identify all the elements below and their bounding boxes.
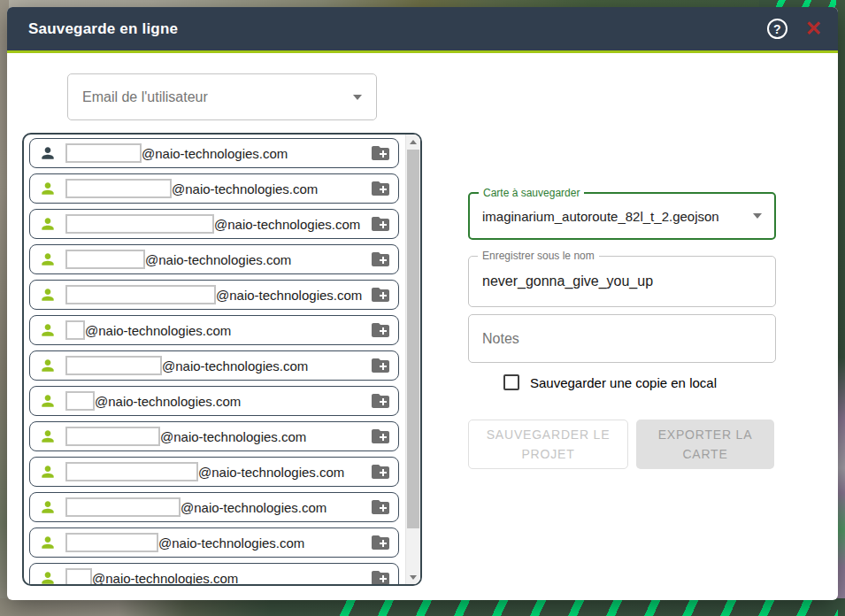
person-icon — [39, 144, 57, 162]
header-actions: ? ✕ — [767, 19, 838, 39]
user-email-domain: @naio-technologies.com — [92, 571, 238, 585]
add-to-folder-icon[interactable] — [370, 497, 391, 518]
dialog-header: Sauvegarde en ligne ? ✕ — [7, 7, 838, 50]
save-name-value: never_gonna_give_you_up — [482, 273, 653, 289]
user-email-domain: @naio-technologies.com — [162, 358, 308, 373]
user-row[interactable]: @naio-technologies.com — [29, 527, 399, 558]
add-to-folder-icon[interactable] — [370, 426, 391, 447]
add-to-folder-icon[interactable] — [370, 567, 391, 584]
local-copy-checkbox[interactable] — [503, 374, 519, 390]
scroll-down-button[interactable] — [406, 570, 420, 584]
masked-email-prefix — [65, 497, 181, 517]
scrollbar-thumb[interactable] — [407, 150, 419, 528]
user-row[interactable]: @naio-technologies.com — [29, 315, 399, 345]
user-email-domain: @naio-technologies.com — [145, 252, 291, 267]
masked-email-prefix — [65, 250, 145, 269]
user-row[interactable]: @naio-technologies.com — [29, 209, 399, 239]
user-list-scrollbar[interactable] — [405, 135, 420, 584]
user-list: @naio-technologies.com @naio-technologie… — [22, 133, 422, 586]
masked-email-prefix — [65, 533, 158, 552]
person-icon — [39, 392, 57, 410]
scroll-up-button[interactable] — [406, 135, 420, 149]
masked-email-prefix — [65, 143, 142, 163]
user-row[interactable]: @naio-technologies.com — [29, 457, 399, 487]
add-to-folder-icon[interactable] — [370, 178, 391, 199]
user-email-domain: @naio-technologies.com — [216, 288, 362, 303]
user-email-domain: @naio-technologies.com — [214, 217, 360, 232]
map-to-save-value: imaginarium_autoroute_82l_t_2.geojson — [482, 209, 719, 224]
user-row[interactable]: @naio-technologies.com — [29, 563, 399, 584]
save-name-label: Enregistrer sous le nom — [478, 250, 599, 262]
map-path-stripes-bottom — [319, 598, 838, 616]
add-to-folder-icon[interactable] — [370, 532, 391, 553]
person-icon — [39, 463, 57, 481]
person-icon — [39, 427, 57, 445]
person-icon — [39, 286, 57, 304]
user-row[interactable]: @naio-technologies.com — [29, 350, 399, 381]
user-list-items: @naio-technologies.com @naio-technologie… — [24, 135, 420, 584]
user-email-domain: @naio-technologies.com — [142, 146, 288, 161]
user-email-domain: @naio-technologies.com — [160, 429, 306, 444]
user-email-domain: @naio-technologies.com — [172, 181, 318, 196]
export-map-button[interactable]: EXPORTER LA CARTE — [636, 420, 774, 469]
user-email-domain: @naio-technologies.com — [95, 394, 241, 409]
triangle-up-icon — [410, 140, 417, 144]
user-row[interactable]: @naio-technologies.com — [29, 244, 399, 274]
person-icon — [39, 498, 57, 516]
close-icon[interactable]: ✕ — [805, 19, 822, 39]
save-project-button[interactable]: SAUVEGARDER LE PROJET — [468, 420, 628, 469]
dialog-title: Sauvegarde en ligne — [7, 20, 178, 38]
masked-email-prefix — [65, 320, 85, 340]
masked-email-prefix — [65, 179, 172, 198]
chevron-down-icon — [353, 95, 362, 100]
local-copy-checkbox-row[interactable]: Sauvegarder une copie en local — [503, 374, 717, 390]
map-to-save-select[interactable]: Carte à sauvegarder imaginarium_autorout… — [468, 192, 776, 240]
user-row[interactable]: @naio-technologies.com — [29, 386, 399, 416]
person-icon — [39, 357, 57, 374]
masked-email-prefix — [65, 356, 162, 375]
user-email-select[interactable]: Email de l'utilisateur — [67, 73, 377, 120]
user-row[interactable]: @naio-technologies.com — [29, 421, 399, 451]
add-to-folder-icon[interactable] — [370, 390, 391, 412]
add-to-folder-icon[interactable] — [370, 213, 391, 235]
masked-email-prefix — [65, 427, 160, 446]
person-icon — [39, 250, 57, 268]
notes-placeholder: Notes — [482, 331, 519, 347]
person-icon — [39, 215, 57, 233]
map-to-save-label: Carte à sauvegarder — [479, 187, 584, 199]
add-to-folder-icon[interactable] — [370, 461, 391, 482]
chevron-down-icon — [753, 213, 762, 219]
add-to-folder-icon[interactable] — [370, 284, 391, 305]
user-email-select-placeholder: Email de l'utilisateur — [82, 89, 208, 105]
local-copy-label: Sauvegarder une copie en local — [530, 375, 717, 390]
masked-email-prefix — [65, 391, 95, 411]
add-to-folder-icon[interactable] — [370, 142, 391, 164]
user-email-domain: @naio-technologies.com — [158, 535, 304, 551]
person-icon — [39, 534, 57, 551]
header-accent-line — [7, 50, 838, 53]
masked-email-prefix — [65, 462, 198, 481]
add-to-folder-icon[interactable] — [370, 249, 391, 270]
add-to-folder-icon[interactable] — [370, 355, 391, 376]
masked-email-prefix — [65, 285, 216, 304]
person-icon — [39, 180, 57, 197]
user-row[interactable]: @naio-technologies.com — [29, 280, 399, 310]
masked-email-prefix — [65, 214, 214, 234]
user-row[interactable]: @naio-technologies.com — [29, 138, 399, 168]
person-icon — [39, 321, 57, 339]
masked-email-prefix — [65, 568, 92, 584]
person-icon — [39, 569, 57, 584]
user-email-domain: @naio-technologies.com — [85, 323, 231, 338]
add-to-folder-icon[interactable] — [370, 320, 391, 341]
help-icon[interactable]: ? — [767, 19, 787, 39]
user-email-domain: @naio-technologies.com — [198, 465, 344, 480]
save-name-field[interactable]: Enregistrer sous le nom never_gonna_give… — [468, 256, 776, 307]
user-email-domain: @naio-technologies.com — [181, 500, 326, 515]
user-row[interactable]: @naio-technologies.com — [29, 492, 399, 522]
online-backup-dialog: Sauvegarde en ligne ? ✕ Email de l'utili… — [7, 7, 838, 600]
user-row[interactable]: @naio-technologies.com — [29, 173, 399, 204]
notes-field[interactable]: Notes — [468, 314, 776, 363]
triangle-down-icon — [410, 575, 417, 580]
